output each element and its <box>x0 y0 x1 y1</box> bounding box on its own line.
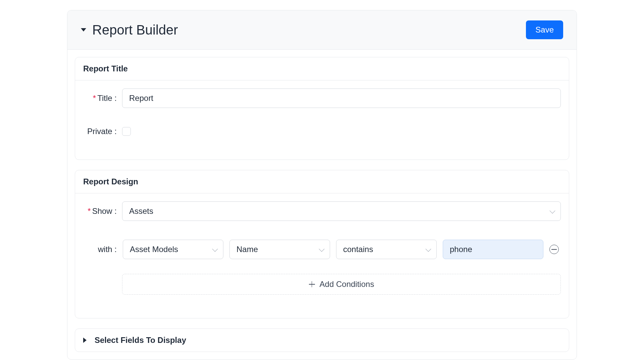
section-heading-report-title: Report Title <box>75 57 569 80</box>
required-asterisk-icon: * <box>93 94 96 103</box>
show-select[interactable]: Assets <box>122 201 561 221</box>
builder-title-toggle[interactable]: Report Builder <box>81 22 178 38</box>
show-label: *Show : <box>83 206 117 216</box>
chevron-down-icon <box>319 246 325 252</box>
title-input[interactable] <box>122 88 561 108</box>
report-builder-card: Report Builder Save Report Title *Title … <box>67 10 577 360</box>
title-row: *Title : <box>83 88 561 108</box>
condition-category-select[interactable]: Asset Models <box>123 240 223 259</box>
builder-header: Report Builder Save <box>67 10 577 50</box>
page-title: Report Builder <box>92 22 178 38</box>
add-conditions-label: Add Conditions <box>320 280 374 289</box>
private-label: Private : <box>83 127 117 136</box>
chevron-down-icon <box>550 208 555 214</box>
condition-field-select[interactable]: Name <box>229 240 330 259</box>
condition-category-value: Asset Models <box>130 245 178 254</box>
condition-operator-value: contains <box>343 245 373 254</box>
report-design-section: Report Design *Show : Assets with : <box>75 170 569 318</box>
chevron-down-icon <box>426 246 431 252</box>
with-label: with : <box>83 245 117 254</box>
chevron-down-icon <box>212 246 218 252</box>
condition-row: with : Asset Models Name contains <box>83 240 561 259</box>
report-title-section: Report Title *Title : Private : <box>75 57 569 160</box>
show-select-value: Assets <box>129 206 153 216</box>
add-conditions-button[interactable]: Add Conditions <box>122 274 561 295</box>
builder-body: Report Title *Title : Private : <box>67 50 577 359</box>
condition-operator-select[interactable]: contains <box>336 240 437 259</box>
condition-field-value: Name <box>236 245 258 254</box>
required-asterisk-icon: * <box>88 206 91 216</box>
caret-right-icon <box>83 338 87 343</box>
caret-down-icon <box>81 28 86 32</box>
remove-condition-button[interactable] <box>549 245 559 254</box>
select-fields-section-toggle[interactable]: Select Fields To Display <box>75 328 569 352</box>
condition-value-input[interactable] <box>443 240 543 259</box>
private-row: Private : <box>83 127 561 136</box>
section-heading-report-design: Report Design <box>75 170 569 193</box>
show-row: *Show : Assets <box>83 201 561 221</box>
title-label: *Title : <box>83 94 117 103</box>
private-checkbox[interactable] <box>122 127 131 136</box>
save-button[interactable]: Save <box>526 20 563 39</box>
plus-icon <box>309 281 315 287</box>
select-fields-heading: Select Fields To Display <box>95 336 186 345</box>
